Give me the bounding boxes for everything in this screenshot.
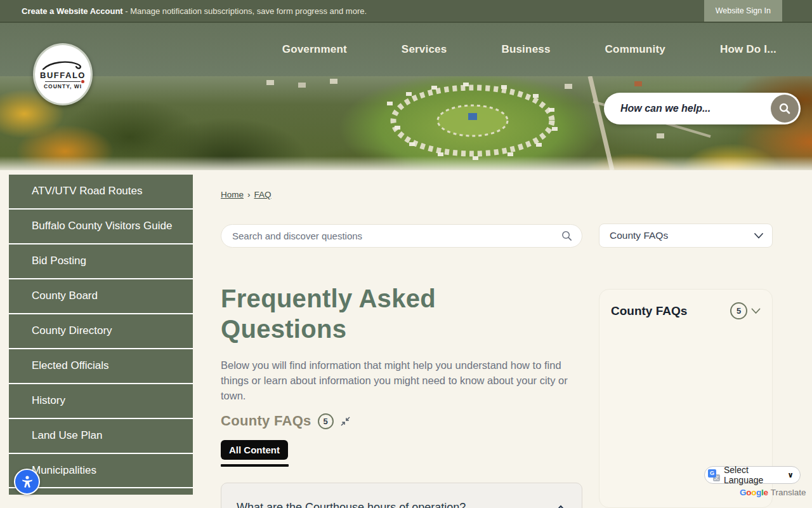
faq-accordion-item[interactable]: What are the Courthouse hours of operati… — [221, 483, 582, 508]
faq-question-text: What are the Courthouse hours of operati… — [237, 501, 466, 508]
breadcrumb: Home›FAQ — [221, 190, 272, 199]
hero-banner-image — [0, 76, 812, 170]
faq-category-value: County FAQs — [610, 230, 668, 241]
google-translate-icon: 文 G — [708, 469, 720, 481]
sidebar-item-visitors-guide[interactable]: Buffalo County Visitors Guide — [9, 210, 193, 244]
faq-search-input[interactable] — [232, 231, 561, 241]
select-language-label: Select Language — [724, 465, 783, 485]
faq-search — [221, 224, 582, 248]
county-faqs-section-heading: County FAQs 5 — [221, 413, 351, 429]
page-content: ATV/UTV Road Routes Buffalo County Visit… — [0, 170, 812, 508]
section-sidebar: ATV/UTV Road Routes Buffalo County Visit… — [9, 175, 193, 495]
main-navigation: Government Services Business Community H… — [0, 23, 812, 76]
accessibility-person-icon — [20, 474, 35, 490]
nav-item-services[interactable]: Services — [402, 43, 447, 56]
sidebar-item-bid-posting[interactable]: Bid Posting — [9, 244, 193, 279]
buffalo-silhouette-icon — [42, 59, 84, 72]
section-count-badge: 5 — [318, 413, 334, 429]
google-translate-select[interactable]: 文 G Select Language ∨ — [704, 466, 801, 484]
sidebar-item-county-directory[interactable]: County Directory — [9, 314, 193, 349]
accessibility-button[interactable] — [14, 469, 40, 495]
nav-item-business[interactable]: Business — [501, 43, 550, 56]
section-title: County FAQs — [221, 413, 311, 429]
tab-all-content[interactable]: All Content — [221, 440, 288, 460]
buffalo-county-logo[interactable]: BUFFALO COUNTY, WI — [33, 43, 93, 105]
sidebar-item-history[interactable]: History — [9, 384, 193, 419]
google-translate-attribution[interactable]: Google Translate — [740, 488, 806, 497]
logo-red-dot — [81, 80, 84, 83]
logo-text-line2: COUNTY, WI — [44, 83, 82, 90]
magnifier-icon — [778, 102, 791, 115]
site-search — [604, 93, 801, 124]
logo-divider — [45, 81, 81, 82]
tab-all-content-wrap: All Content — [221, 440, 289, 467]
nav-item-how-do-i[interactable]: How Do I... — [720, 43, 776, 56]
website-sign-in-button[interactable]: Website Sign In — [704, 0, 782, 22]
faq-category-select[interactable]: County FAQs — [599, 224, 773, 248]
create-account-link[interactable]: Create a Website Account — [22, 6, 123, 16]
sidebar-item-atv-utv-road-routes[interactable]: ATV/UTV Road Routes — [9, 175, 193, 210]
panel-count-badge: 5 — [730, 302, 747, 319]
sidebar-item-land-use-plan[interactable]: Land Use Plan — [9, 419, 193, 454]
chevron-down-icon: ∨ — [787, 471, 794, 479]
tab-active-underline — [221, 464, 289, 467]
translate-label: Translate — [771, 488, 806, 497]
breadcrumb-faq-link[interactable]: FAQ — [254, 190, 272, 199]
google-logo-text: Google — [740, 488, 768, 497]
panel-title: County FAQs — [611, 304, 730, 318]
breadcrumb-home-link[interactable]: Home — [221, 190, 244, 199]
collapse-icon[interactable] — [340, 416, 351, 427]
logo-text-line1: BUFFALO — [40, 70, 86, 80]
chevron-up-icon[interactable] — [555, 505, 566, 508]
create-account-message: Create a Website Account - Manage notifi… — [22, 6, 367, 16]
sidebar-item-county-board[interactable]: County Board — [9, 279, 193, 314]
nav-item-community[interactable]: Community — [605, 43, 665, 56]
county-faqs-panel-header[interactable]: County FAQs 5 — [611, 302, 761, 319]
hero-bottom-fade — [0, 156, 812, 170]
site-search-button[interactable] — [771, 95, 799, 123]
breadcrumb-separator: › — [247, 190, 251, 199]
utility-bar: Create a Website Account - Manage notifi… — [0, 0, 812, 23]
intro-paragraph: Below you will find information that mig… — [221, 358, 580, 403]
sidebar-item-elected-officials[interactable]: Elected Officials — [9, 349, 193, 384]
nav-item-government[interactable]: Government — [282, 43, 347, 56]
page-title: Frequently Asked Questions — [221, 283, 525, 344]
chevron-down-icon — [754, 233, 763, 239]
chevron-down-icon[interactable] — [751, 308, 761, 314]
magnifier-icon — [561, 230, 573, 242]
